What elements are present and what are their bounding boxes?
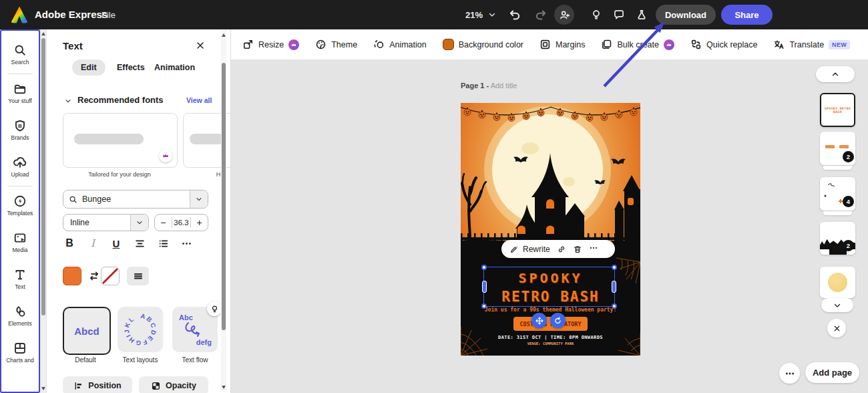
no-color-swatch[interactable] — [101, 267, 120, 285]
share-button[interactable]: Share — [721, 5, 773, 25]
background-color-swatch — [443, 39, 454, 50]
style-card-label: Default — [63, 356, 108, 364]
text-selection-box[interactable] — [483, 267, 615, 307]
page-title-placeholder[interactable]: Add title — [491, 82, 517, 90]
bulk-create-button[interactable]: Bulk create — [601, 39, 674, 50]
quick-replace-button[interactable]: Quick replace — [690, 39, 757, 50]
align-center-icon[interactable] — [130, 235, 149, 251]
sidebar-item-charts[interactable]: Charts and — [1, 334, 39, 371]
recommended-fonts-heading: Recommended fonts — [77, 95, 164, 105]
file-menu[interactable]: File — [101, 10, 116, 20]
scroll-up-arrow[interactable] — [222, 33, 226, 37]
margins-icon — [539, 39, 551, 50]
style-card-text-flow[interactable]: Abc defg — [172, 307, 218, 352]
delete-trash-icon[interactable] — [573, 245, 582, 254]
underline-button[interactable]: U — [107, 235, 126, 251]
sidebar-scrollbar-thumb[interactable] — [41, 38, 45, 315]
add-collaborator-icon[interactable] — [554, 5, 574, 25]
panel-close-icon[interactable] — [195, 40, 206, 51]
elements-icon — [13, 305, 27, 318]
font-size-value[interactable]: 36.3 — [172, 219, 191, 227]
chevron-down-icon[interactable] — [190, 190, 208, 208]
tab-edit[interactable]: Edit — [72, 59, 105, 76]
page-thumbnail-5[interactable] — [820, 267, 855, 298]
list-icon[interactable] — [154, 235, 172, 251]
style-card-label: Text layouts — [118, 356, 163, 364]
scroll-up-arrow[interactable] — [41, 32, 45, 35]
bold-button[interactable]: B — [60, 235, 79, 251]
selection-handle-right[interactable] — [612, 281, 616, 293]
selection-handle-bottom-left[interactable] — [481, 303, 487, 309]
sidebar-item-templates[interactable]: Templates — [1, 187, 39, 224]
poster-date-line[interactable]: DATE: 31ST OCT | TIME: 8PM ONWARDS — [461, 335, 640, 340]
stacked-pages-indicator — [823, 166, 852, 170]
translate-button[interactable]: Translate NEW — [773, 39, 850, 50]
sidebar-item-upload[interactable]: Upload — [1, 148, 39, 185]
chevron-down-icon[interactable] — [130, 215, 148, 231]
more-options-icon[interactable] — [589, 243, 598, 255]
stroke-lines-button[interactable] — [127, 267, 149, 285]
scroll-down-arrow[interactable] — [41, 387, 45, 390]
animation-button[interactable]: Animation — [373, 39, 427, 50]
move-handle[interactable] — [531, 313, 547, 328]
zoom-level[interactable]: 21% — [465, 10, 483, 20]
margins-button[interactable]: Margins — [539, 39, 585, 50]
rewrite-pen-icon — [509, 245, 519, 254]
folder-icon — [13, 82, 27, 96]
sidebar-scrollbar[interactable] — [41, 29, 46, 393]
style-card-text-layouts[interactable]: ABCDEFGHIJKL — [118, 307, 163, 352]
background-color-button[interactable]: Background color — [443, 39, 523, 50]
size-decrease-button[interactable]: − — [155, 217, 172, 228]
size-increase-button[interactable]: + — [190, 217, 208, 228]
beta-flask-icon[interactable] — [636, 9, 648, 21]
undo-icon[interactable] — [509, 8, 521, 21]
poster-venue-line[interactable]: VENUE: COMMUNITY PARK — [461, 342, 640, 346]
search-icon — [13, 43, 27, 57]
selection-handle-left[interactable] — [482, 281, 487, 293]
text-icon — [13, 268, 27, 281]
font-card-1[interactable] — [63, 113, 178, 168]
tab-animation[interactable]: Animation — [146, 59, 204, 76]
style-card-label: Text flow — [172, 356, 218, 364]
sidebar-item-text[interactable]: Text — [1, 261, 39, 297]
swap-colors-icon[interactable] — [88, 270, 100, 282]
sidebar-item-elements[interactable]: Elements — [1, 297, 39, 334]
suggestions-lightbulb-icon[interactable] — [590, 9, 602, 21]
font-name-combobox[interactable]: Bungee — [63, 190, 208, 209]
rotate-handle[interactable] — [550, 313, 566, 328]
opacity-button[interactable]: Opacity — [139, 376, 208, 393]
sidebar-item-media[interactable]: Media — [1, 224, 39, 261]
text-color-swatch[interactable] — [63, 267, 81, 285]
scroll-down-arrow[interactable] — [222, 386, 226, 389]
panel-scrollbar-thumb[interactable] — [222, 63, 226, 330]
selection-handle-top-right[interactable] — [612, 265, 617, 270]
zoom-chevron-down-icon[interactable] — [487, 10, 497, 19]
more-options-icon[interactable] — [177, 235, 196, 251]
link-icon[interactable] — [557, 245, 566, 254]
sidebar-item-search[interactable]: Search — [1, 36, 39, 73]
selection-handle-bottom-right[interactable] — [612, 303, 617, 309]
rewrite-button[interactable]: Rewrite — [509, 245, 550, 254]
italic-button[interactable]: I — [83, 235, 102, 251]
sidebar-item-your-stuff[interactable]: Your stuff — [1, 75, 39, 112]
view-all-link[interactable]: View all — [186, 96, 212, 104]
pages-scroll-down-button[interactable] — [821, 298, 853, 312]
sidebar-item-brands[interactable]: B Brands — [1, 112, 39, 148]
redo-icon[interactable] — [534, 8, 547, 21]
selection-handle-top-left[interactable] — [481, 265, 487, 270]
comments-icon[interactable] — [613, 9, 625, 21]
more-pages-options-button[interactable] — [779, 363, 800, 384]
style-card-default[interactable]: Abcd — [63, 307, 111, 355]
premium-crown-icon — [664, 39, 674, 50]
resize-button[interactable]: Resize — [242, 39, 299, 50]
page-thumbnail-1[interactable]: SPOOKY RETRO BASH — [820, 93, 855, 127]
pages-scroll-up-button[interactable] — [816, 66, 855, 82]
theme-button[interactable]: Theme — [315, 39, 357, 50]
position-button[interactable]: Position — [63, 376, 132, 393]
section-chevron-down-icon[interactable] — [64, 97, 72, 105]
add-page-button[interactable]: Add page — [805, 362, 859, 383]
panel-scrollbar[interactable] — [221, 31, 226, 392]
close-pages-panel-button[interactable] — [827, 319, 846, 338]
font-style-dropdown[interactable]: Inline — [63, 214, 149, 231]
download-button[interactable]: Download — [656, 5, 716, 25]
